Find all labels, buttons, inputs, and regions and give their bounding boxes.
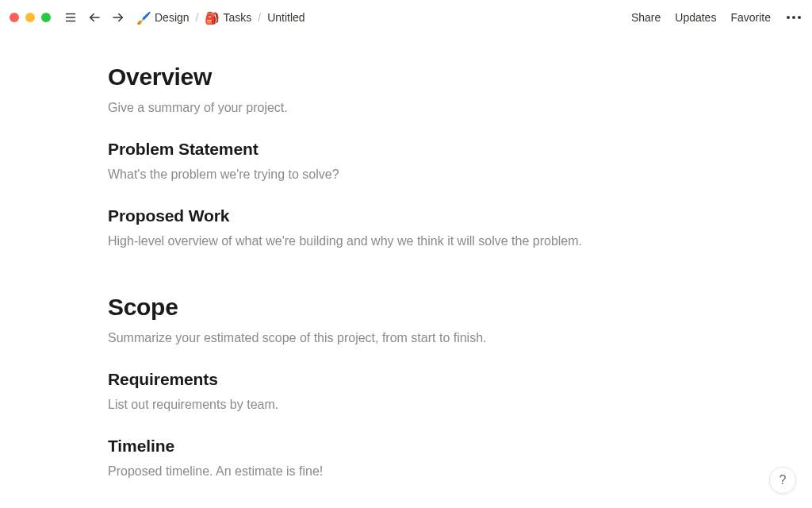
nav-back-icon[interactable] bbox=[86, 9, 103, 26]
topbar-left: 🖌️ Design / 🎒 Tasks / Untitled bbox=[10, 9, 307, 26]
breadcrumb-separator: / bbox=[196, 11, 199, 24]
heading-timeline[interactable]: Timeline bbox=[108, 437, 695, 456]
window-minimize-dot[interactable] bbox=[25, 13, 35, 22]
body-proposed-work[interactable]: High-level overview of what we're buildi… bbox=[108, 232, 695, 251]
breadcrumb-separator: / bbox=[258, 11, 261, 24]
window-zoom-dot[interactable] bbox=[41, 13, 51, 22]
body-timeline[interactable]: Proposed timeline. An estimate is fine! bbox=[108, 462, 695, 481]
heading-proposed-work[interactable]: Proposed Work bbox=[108, 206, 695, 225]
breadcrumb-label: Untitled bbox=[267, 11, 304, 24]
heading-overview[interactable]: Overview bbox=[108, 64, 695, 90]
more-menu-icon[interactable] bbox=[785, 14, 802, 21]
window-controls bbox=[10, 13, 51, 22]
spacer bbox=[108, 251, 695, 289]
breadcrumb-item-current[interactable]: Untitled bbox=[266, 10, 306, 25]
heading-requirements[interactable]: Requirements bbox=[108, 370, 695, 389]
breadcrumb-label: Design bbox=[155, 11, 190, 24]
breadcrumb: 🖌️ Design / 🎒 Tasks / Untitled bbox=[135, 10, 307, 25]
topbar: 🖌️ Design / 🎒 Tasks / Untitled Share Upd… bbox=[0, 0, 812, 35]
sidebar-toggle-icon[interactable] bbox=[62, 9, 79, 26]
window-close-dot[interactable] bbox=[10, 13, 19, 22]
content-scroll[interactable]: Overview Give a summary of your project.… bbox=[0, 35, 812, 508]
body-overview[interactable]: Give a summary of your project. bbox=[108, 98, 695, 117]
document: Overview Give a summary of your project.… bbox=[108, 64, 695, 481]
nav-forward-icon[interactable] bbox=[109, 9, 127, 26]
body-problem-statement[interactable]: What's the problem we're trying to solve… bbox=[108, 165, 695, 184]
topbar-right: Share Updates Favorite bbox=[631, 11, 802, 24]
heading-scope[interactable]: Scope bbox=[108, 294, 695, 321]
share-button[interactable]: Share bbox=[631, 11, 661, 24]
heading-problem-statement[interactable]: Problem Statement bbox=[108, 140, 695, 159]
body-requirements[interactable]: List out requirements by team. bbox=[108, 395, 695, 414]
breadcrumb-item-tasks[interactable]: 🎒 Tasks bbox=[203, 10, 253, 25]
breadcrumb-label: Tasks bbox=[223, 11, 251, 24]
breadcrumb-item-design[interactable]: 🖌️ Design bbox=[135, 10, 191, 25]
updates-button[interactable]: Updates bbox=[675, 11, 716, 24]
body-scope[interactable]: Summarize your estimated scope of this p… bbox=[108, 329, 695, 348]
favorite-button[interactable]: Favorite bbox=[730, 11, 771, 24]
brush-icon: 🖌️ bbox=[136, 12, 151, 24]
backpack-icon: 🎒 bbox=[205, 12, 220, 24]
help-button[interactable]: ? bbox=[769, 467, 796, 494]
